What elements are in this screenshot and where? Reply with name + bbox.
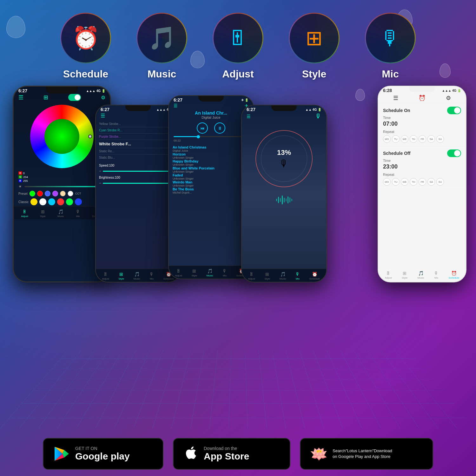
song-item-4[interactable]: Blue and White Porcelain Unknown Singer bbox=[173, 166, 249, 173]
sch-clock-icon[interactable]: ⏰ bbox=[419, 95, 426, 102]
schnav-adjust[interactable]: 🎚 Adjust bbox=[385, 271, 392, 279]
style-item-1[interactable]: Yellow Strobe... bbox=[99, 121, 177, 127]
classic-red[interactable] bbox=[57, 198, 64, 205]
search-lotus-button[interactable]: 🪷 Search"Lotus Lantern"Downloadon Googel… bbox=[300, 438, 433, 470]
menu-icon[interactable]: ☰ bbox=[18, 94, 23, 101]
style-nav-style[interactable]: ⊞ Style bbox=[119, 272, 124, 280]
preset-dot-blue[interactable] bbox=[45, 191, 50, 196]
power-toggle[interactable] bbox=[68, 94, 81, 101]
style-item-2[interactable]: Cyan Strobe R... bbox=[99, 127, 177, 134]
preset-dot-red[interactable] bbox=[37, 191, 43, 196]
mnav-music[interactable]: 🎵 Music bbox=[207, 268, 213, 277]
style-item-4[interactable]: White Strobe F... bbox=[99, 140, 177, 148]
style-item-3[interactable]: Purple Strobe... bbox=[99, 134, 177, 140]
wave-9 bbox=[291, 199, 292, 201]
minus-icon[interactable]: − bbox=[99, 169, 101, 173]
wave-8 bbox=[289, 197, 290, 202]
preset-dot-warm[interactable] bbox=[60, 191, 66, 196]
schedule-off-toggle[interactable] bbox=[447, 149, 461, 157]
phone-schedule-notch bbox=[409, 86, 435, 92]
song-item-1[interactable]: An Island Christmas Digital Juice bbox=[173, 145, 249, 152]
song-item-5[interactable]: Faded Unknown Singer bbox=[173, 173, 249, 180]
music-bottom-nav: 🎚 Adjust ⊞ Style 🎵 Music 🎙 Mic ⏰ Sc bbox=[169, 266, 253, 279]
sch-menu-icon[interactable]: ☰ bbox=[393, 95, 398, 102]
song-title-1: An Island Christmas bbox=[173, 145, 249, 149]
sliders-icon[interactable]: ⊞ bbox=[43, 94, 48, 101]
sch-gear-icon[interactable]: ⚙ bbox=[446, 95, 451, 102]
now-playing-title: An Island Chr... bbox=[170, 110, 252, 116]
prev-button[interactable]: ⏮ bbox=[197, 122, 208, 134]
mnav-mic[interactable]: 🎙 Mic bbox=[222, 268, 227, 277]
classic-blue[interactable] bbox=[75, 198, 82, 205]
mic-voice-icon[interactable]: 🎙 bbox=[315, 113, 321, 120]
micnav-style[interactable]: ⊞ Style bbox=[265, 272, 270, 280]
micnav-music[interactable]: 🎵 Music bbox=[280, 272, 286, 280]
micnav-mic[interactable]: 🎙 Mic bbox=[295, 272, 300, 280]
day-fr-on[interactable]: FR bbox=[419, 135, 426, 143]
color-wheel[interactable] bbox=[30, 105, 94, 168]
icon-circle-style: ⊞ bbox=[289, 13, 340, 63]
phone-main-notch bbox=[46, 87, 78, 94]
schnav-style[interactable]: ⊞ Style bbox=[402, 271, 408, 279]
style-item-5[interactable]: Static Re... bbox=[99, 148, 177, 155]
day-mo-on[interactable]: MO bbox=[383, 135, 391, 143]
classic-white[interactable] bbox=[39, 198, 46, 205]
style-item-6[interactable]: Static Blu... bbox=[99, 155, 177, 161]
day-we-on[interactable]: WE bbox=[401, 135, 408, 143]
preset-dot-purple[interactable] bbox=[52, 191, 58, 196]
classic-green[interactable] bbox=[66, 198, 73, 205]
app-store-button[interactable]: Download on the App Store bbox=[173, 438, 290, 470]
micnav-mic-icon: 🎙 bbox=[295, 272, 300, 277]
pause-button[interactable]: ⏸ bbox=[214, 122, 225, 134]
schedule-on-toggle[interactable] bbox=[447, 107, 461, 114]
day-su-on[interactable]: SU bbox=[436, 135, 444, 143]
style-menu-icon[interactable]: ☰ bbox=[101, 113, 105, 119]
nav-style[interactable]: ⊞ Style bbox=[40, 209, 46, 218]
schnav-schedule[interactable]: ⏰ Schedule bbox=[449, 271, 459, 279]
song-item-7[interactable]: Be The Boss Michel Dupré... bbox=[173, 187, 249, 194]
day-th-off[interactable]: TH bbox=[410, 178, 417, 186]
day-sa-on[interactable]: SA bbox=[427, 135, 435, 143]
minus2-icon[interactable]: − bbox=[99, 181, 101, 185]
mic-menu-icon[interactable]: ☰ bbox=[247, 114, 251, 119]
schnav-schedule-icon: ⏰ bbox=[451, 271, 457, 276]
day-fr-off[interactable]: FR bbox=[419, 178, 426, 186]
sch-signal: ▲▲▲ 4G 🔋 bbox=[442, 89, 461, 92]
day-we-off[interactable]: WE bbox=[401, 178, 408, 186]
micnav-schedule[interactable]: ⏰ Schedule bbox=[309, 272, 320, 280]
classic-cyan[interactable] bbox=[48, 198, 55, 205]
music-menu-icon[interactable]: ☰ bbox=[174, 103, 178, 108]
day-th-on[interactable]: TH bbox=[410, 135, 417, 143]
preset-dot-cct[interactable] bbox=[68, 191, 73, 196]
song-item-6[interactable]: Weirdo Man Unknown Singer bbox=[173, 180, 249, 187]
style-nav-adjust[interactable]: 🎚 Adjust bbox=[102, 272, 109, 280]
micnav-adjust[interactable]: 🎚 Adjust bbox=[248, 272, 255, 280]
nav-adjust[interactable]: 🎚 Adjust bbox=[21, 209, 28, 218]
gear-icon[interactable]: ⚙ bbox=[101, 95, 105, 101]
google-play-button[interactable]: GET IT ON Google play bbox=[43, 438, 163, 470]
brightness-slider[interactable] bbox=[103, 183, 173, 184]
speed-row: Speed:100 bbox=[99, 164, 177, 167]
mnav-adjust[interactable]: 🎚 Adjust bbox=[175, 268, 182, 277]
schnav-music[interactable]: 🎵 Music bbox=[418, 271, 424, 279]
song-item-3[interactable]: Happy Birthday Unknown Singer bbox=[173, 159, 249, 166]
day-tu-on[interactable]: TU bbox=[392, 135, 400, 143]
nav-mic[interactable]: 🎙 Mic bbox=[76, 209, 80, 218]
day-mo-off[interactable]: MO bbox=[383, 178, 391, 186]
progress-track[interactable] bbox=[174, 136, 248, 137]
classic-yellow[interactable] bbox=[30, 198, 37, 205]
day-tu-off[interactable]: TU bbox=[392, 178, 400, 186]
schnav-mic[interactable]: 🎙 Mic bbox=[434, 271, 439, 279]
slider-track[interactable] bbox=[24, 186, 99, 187]
style-nav-mic[interactable]: 🎙 Mic bbox=[149, 272, 154, 280]
style-nav-music[interactable]: 🎵 Music bbox=[134, 272, 140, 280]
day-su-off[interactable]: SU bbox=[436, 178, 444, 186]
micnav-adjust-icon: 🎚 bbox=[249, 272, 254, 277]
day-sa-off[interactable]: SA bbox=[427, 178, 435, 186]
speed-slider[interactable] bbox=[103, 171, 177, 172]
mnav-style[interactable]: ⊞ Style bbox=[192, 268, 197, 277]
nav-music[interactable]: 🎵 Music bbox=[57, 209, 64, 218]
song-item-2[interactable]: Horizon Unknown Singer bbox=[173, 152, 249, 159]
b-label: B bbox=[18, 179, 22, 182]
preset-dot-green[interactable] bbox=[30, 191, 35, 196]
